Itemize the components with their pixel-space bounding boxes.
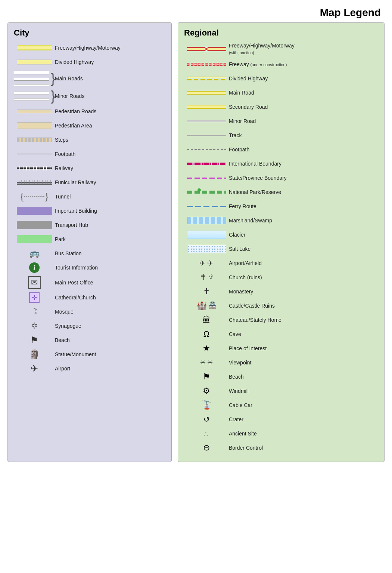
reg-airport-label: Airport/Airfield [229, 260, 262, 267]
reg-footpath-symbol [184, 149, 229, 150]
list-item: Glacier [184, 229, 378, 240]
list-item: Footpath [184, 144, 378, 155]
reg-ferry-symbol [184, 206, 229, 207]
page-title: Map Legend [0, 0, 392, 22]
statue-symbol: 🗿 [14, 349, 55, 360]
list-item: Track [184, 130, 378, 141]
airplane-icons: ✈✈ [199, 259, 214, 268]
list-item: Ferry Route [184, 201, 378, 212]
list-item: ⚑ Beach [14, 335, 165, 346]
list-item: Minor Road [184, 115, 378, 127]
mosque-symbol: ☽ [14, 307, 55, 317]
reg-interest-symbol: ★ [184, 344, 229, 353]
list-item: } Minor Roads [14, 89, 165, 103]
church-icons: ✝ ✞ [200, 272, 214, 282]
reg-ancient-symbol: ∴ [184, 429, 229, 438]
reg-castle-symbol: 🏰 🏯 [184, 301, 229, 311]
pedestrian-area-label: Pedestrian Area [55, 122, 92, 129]
list-item: 🚌 Bus Station [14, 248, 165, 259]
freeway-label: Freeway/Highway/Motorway [55, 44, 121, 51]
list-item: Freeway/Highway/Motorway (with junction) [184, 42, 378, 56]
list-item: } Main Roads [14, 71, 165, 86]
info-icon: i [29, 262, 40, 273]
reg-church-label: Church (ruins) [229, 274, 262, 281]
reg-freeway-symbol [184, 47, 229, 51]
cathedral-symbol: ✛ [14, 292, 55, 303]
list-item: Freeway/Highway/Motorway [14, 42, 165, 53]
list-item: { } Tunnel [14, 191, 165, 202]
reg-secondary-road-label: Secondary Road [229, 104, 268, 110]
list-item: ✈✈ Airport/Airfield [184, 258, 378, 269]
pedestrian-roads-symbol [14, 110, 55, 113]
reg-beach-icon: ⚑ [203, 372, 210, 382]
list-item: Secondary Road [184, 101, 378, 113]
list-item: Important Building [14, 205, 165, 216]
reg-ferry-label: Ferry Route [229, 203, 256, 210]
freeway-symbol [14, 45, 55, 50]
list-item: ✝ ✞ Church (ruins) [184, 272, 378, 283]
list-item: ✉ Main Post Office [14, 276, 165, 289]
list-item: ✡ Synagogue [14, 320, 165, 332]
list-item: Railway [14, 163, 165, 174]
list-item: i Tourist Information [14, 262, 165, 273]
list-item: ⚙ Windmill [184, 385, 378, 397]
list-item: State/Province Boundary [184, 172, 378, 184]
reg-national-park-symbol [184, 188, 229, 196]
list-item: Salt Lake [184, 243, 378, 255]
list-item: ✝ Monastery [184, 286, 378, 297]
list-item: Main Road [184, 87, 378, 98]
reg-monastery-symbol: ✝ [184, 287, 229, 296]
reg-crater-label: Crater [229, 416, 243, 423]
reg-salt-lake-label: Salt Lake [229, 246, 251, 252]
cablecar-icon: 🚡 [202, 400, 212, 410]
minor-roads-symbol: } [14, 89, 55, 103]
reg-footpath-label: Footpath [229, 146, 249, 153]
crater-icon: ↺ [203, 415, 210, 424]
funicular-symbol [14, 180, 55, 185]
important-building-label: Important Building [55, 207, 97, 214]
list-item: Footpath [14, 148, 165, 160]
castle-icons: 🏰 🏯 [197, 301, 217, 311]
list-item: ∴ Ancient Site [184, 428, 378, 439]
reg-cablecar-label: Cable Car [229, 402, 252, 409]
main-roads-symbol: } [14, 71, 55, 86]
reg-marshland-label: Marshland/Swamp [229, 217, 272, 224]
reg-track-symbol [184, 135, 229, 136]
reg-windmill-symbol: ⚙ [184, 386, 229, 396]
airport-city-symbol: ✈ [14, 363, 55, 374]
list-item: ⚑ Beach [184, 371, 378, 382]
reg-freeway-construction-label: Freeway (under construction) [229, 61, 287, 68]
reg-cave-label: Cave [229, 331, 241, 338]
list-item: 🗿 Statue/Monument [14, 349, 165, 360]
list-item: Park [14, 234, 165, 245]
synagogue-symbol: ✡ [14, 321, 55, 331]
reg-intl-boundary-label: International Boundary [229, 160, 281, 167]
park-symbol [14, 235, 55, 243]
chateau-icon: 🏛 [202, 315, 211, 325]
reg-beach-symbol: ⚑ [184, 372, 229, 382]
regional-heading: Regional [184, 28, 378, 38]
steps-label: Steps [55, 136, 68, 143]
reg-state-boundary-symbol [184, 178, 229, 179]
reg-border-label: Border Control [229, 444, 263, 451]
list-item: Pedestrian Roads [14, 106, 165, 117]
star-of-david-icon: ✡ [31, 321, 38, 331]
railway-symbol [14, 166, 55, 170]
minor-roads-label: Minor Roads [55, 93, 84, 99]
reg-church-symbol: ✝ ✞ [184, 272, 229, 282]
list-item: Pedestrian Area [14, 120, 165, 131]
reg-divided-label: Divided Highway [229, 75, 268, 82]
church-icon: ✛ [29, 292, 40, 303]
monastery-icon: ✝ [203, 287, 210, 296]
mail-icon: ✉ [28, 276, 41, 289]
reg-state-boundary-label: State/Province Boundary [229, 175, 287, 181]
tunnel-symbol: { } [14, 191, 55, 202]
reg-minor-road-symbol [184, 120, 229, 122]
mosque-label: Mosque [55, 308, 74, 315]
border-control-icon: ⊖ [203, 443, 210, 453]
list-item: ⊖ Border Control [184, 442, 378, 453]
steps-symbol [14, 138, 55, 142]
reg-minor-road-label: Minor Road [229, 118, 256, 124]
reg-intl-boundary-symbol [184, 163, 229, 165]
list-item: National Park/Reserve [184, 187, 378, 198]
